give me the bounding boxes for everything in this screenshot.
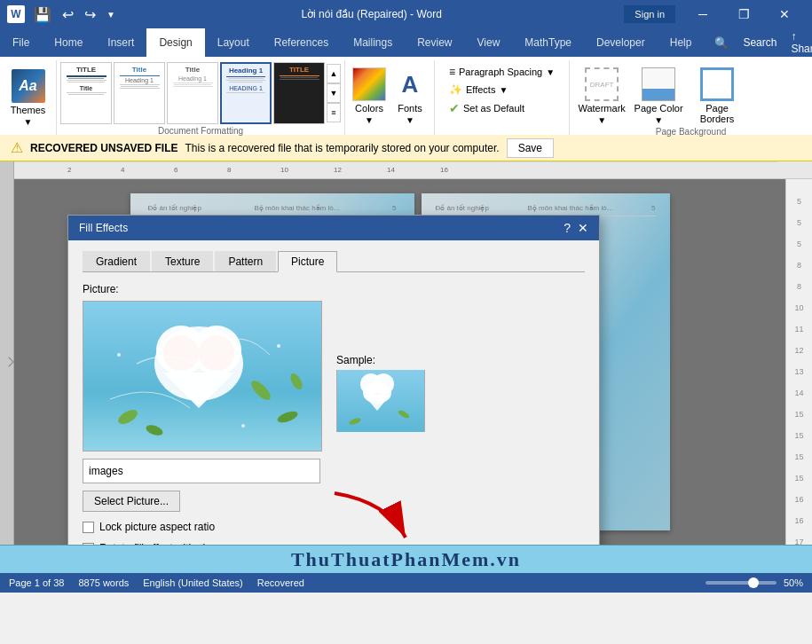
svg-text:12: 12 xyxy=(334,166,342,174)
line-num-2: 5 xyxy=(797,218,801,227)
line-num-4: 8 xyxy=(797,261,801,270)
rotate-fill-label: Rotate fill effect with shape xyxy=(99,542,226,545)
tab-home[interactable]: Home xyxy=(42,28,95,57)
tab-layout[interactable]: Layout xyxy=(205,28,262,57)
rotate-fill-checkbox[interactable] xyxy=(83,543,94,546)
tab-mailings[interactable]: Mailings xyxy=(341,28,405,57)
title-bar: W 💾 ↩ ↪ ▼ Lời nói đầu (Repaired) - Word … xyxy=(0,0,812,28)
app-title: Lời nói đầu (Repaired) - Word xyxy=(119,8,624,20)
modal-help-btn[interactable]: ? xyxy=(564,221,571,235)
doc-theme-4[interactable]: Heading 1 HEADING 1 xyxy=(220,62,272,124)
tab-view[interactable]: View xyxy=(465,28,513,57)
fonts-icon: A xyxy=(393,67,427,101)
ruler: 2 4 6 8 10 12 14 16 xyxy=(0,161,812,179)
svg-text:4: 4 xyxy=(121,166,125,174)
page-background-btns: DRAFT Watermark ▼ Page Color ▼ Page Bord… xyxy=(577,64,805,125)
svg-text:16: 16 xyxy=(440,166,448,174)
search-ribbon-icon[interactable]: 🔍 xyxy=(714,36,729,50)
line-num-8: 12 xyxy=(794,346,803,355)
doc-theme-2[interactable]: Title Heading 1 xyxy=(114,62,165,124)
tab-gradient[interactable]: Gradient xyxy=(83,251,150,271)
customize-qa-btn[interactable]: ▼ xyxy=(103,8,119,21)
left-margin xyxy=(0,179,14,545)
colors-icon xyxy=(352,67,386,101)
recovered-icon: ⚠ xyxy=(11,139,23,156)
line-num-10: 14 xyxy=(794,389,803,397)
restore-btn[interactable]: ❐ xyxy=(723,0,764,28)
filename-input[interactable]: images xyxy=(83,459,320,483)
set-as-default-btn[interactable]: ✔ Set as Default xyxy=(445,99,558,117)
svg-point-19 xyxy=(288,372,305,391)
tab-developer[interactable]: Developer xyxy=(584,28,658,57)
tab-help[interactable]: Help xyxy=(658,28,705,57)
tab-references[interactable]: References xyxy=(262,28,341,57)
line-num-6: 10 xyxy=(794,303,803,312)
filename-text: images xyxy=(89,465,123,477)
doc-formatting-label: Document Formatting xyxy=(60,124,341,137)
para-effects-group: ≡ Paragraph Spacing ▼ ✨ Effects ▼ ✔ Set … xyxy=(435,60,570,135)
doc-formatting-thumbs: TITLE Title Title Heading 1 Title xyxy=(60,62,341,124)
more-btn[interactable]: ≡ xyxy=(327,103,341,122)
doc-theme-1[interactable]: TITLE Title xyxy=(60,62,112,124)
close-btn[interactable]: ✕ xyxy=(764,0,805,28)
check-circle-icon: ✔ xyxy=(449,101,460,115)
doc-theme-3[interactable]: Title Heading 1 xyxy=(167,62,218,124)
page-color-btn[interactable]: Page Color ▼ xyxy=(634,67,683,125)
svg-text:10: 10 xyxy=(280,166,288,174)
share-btn[interactable]: ↑ Share xyxy=(791,30,812,55)
zoom-level: 50% xyxy=(784,577,803,588)
colors-fonts-btns: Colors ▼ A Fonts ▼ xyxy=(352,64,427,131)
line-num-3: 5 xyxy=(797,240,801,248)
recovered-save-btn[interactable]: Save xyxy=(507,138,554,158)
paragraph-spacing-btn[interactable]: ≡ Paragraph Spacing ▼ xyxy=(445,64,558,80)
tab-pattern[interactable]: Pattern xyxy=(215,251,276,271)
fill-effects-dialog: Fill Effects ? ✕ Gradient Texture Patter… xyxy=(67,215,600,545)
sign-in-button[interactable]: Sign in xyxy=(624,5,675,23)
line-num-11: 15 xyxy=(794,410,803,419)
modal-title: Fill Effects xyxy=(79,222,128,234)
scroll-up-btn[interactable]: ▲ xyxy=(327,64,341,83)
line-num-9: 13 xyxy=(794,367,803,376)
sample-box xyxy=(336,370,425,432)
doc-area: Đồ án tốt nghiệp Bộ môn khai thác hầm lò… xyxy=(0,179,812,545)
watermark-btn[interactable]: DRAFT Watermark ▼ xyxy=(577,67,627,125)
search-ribbon-label[interactable]: Search xyxy=(743,36,777,49)
tab-picture[interactable]: Picture xyxy=(278,251,337,272)
tab-texture[interactable]: Texture xyxy=(152,251,213,271)
lock-aspect-checkbox[interactable] xyxy=(83,522,94,533)
line-num-16: 16 xyxy=(794,516,803,525)
line-num-13: 15 xyxy=(794,452,803,461)
effects-btn[interactable]: ✨ Effects ▼ xyxy=(445,82,558,98)
scroll-down-btn[interactable]: ▼ xyxy=(327,83,341,103)
window-controls: ─ ❐ ✕ xyxy=(682,0,805,28)
word-count: 8875 words xyxy=(78,577,129,588)
page-borders-btn[interactable]: Page Borders xyxy=(690,67,744,124)
tab-file[interactable]: File xyxy=(0,28,42,57)
status-right: 50% xyxy=(706,577,803,588)
modal-title-bar: Fill Effects ? ✕ xyxy=(68,216,599,240)
recovered-bar: ⚠ RECOVERED UNSAVED FILE This is a recov… xyxy=(0,135,812,161)
line-num-12: 15 xyxy=(794,431,803,440)
svg-point-17 xyxy=(248,378,273,403)
save-quick-btn[interactable]: 💾 xyxy=(30,4,55,25)
watermark-text: ThuThuatPhanMem.vn xyxy=(291,548,521,571)
select-picture-btn[interactable]: Select Picture... xyxy=(83,491,180,512)
zoom-slider[interactable] xyxy=(706,581,777,585)
modal-controls: ? ✕ xyxy=(564,221,588,235)
redo-btn[interactable]: ↪ xyxy=(81,4,99,25)
modal-close-btn[interactable]: ✕ xyxy=(578,221,588,235)
zoom-thumb xyxy=(748,577,759,588)
themes-btn[interactable]: Aa Themes ▼ xyxy=(11,64,46,131)
tab-mathtype[interactable]: MathType xyxy=(512,28,584,57)
undo-btn[interactable]: ↩ xyxy=(59,4,77,25)
tab-insert[interactable]: Insert xyxy=(95,28,146,57)
svg-point-15 xyxy=(116,407,140,427)
tab-review[interactable]: Review xyxy=(405,28,464,57)
fonts-btn[interactable]: A Fonts ▼ xyxy=(393,67,427,125)
modal-tabs: Gradient Texture Pattern Picture xyxy=(83,251,585,272)
svg-point-16 xyxy=(145,423,164,437)
doc-theme-5[interactable]: TITLE xyxy=(273,62,325,124)
colors-btn[interactable]: Colors ▼ xyxy=(352,67,386,125)
minimize-btn[interactable]: ─ xyxy=(682,0,723,28)
tab-design[interactable]: Design xyxy=(146,28,204,57)
